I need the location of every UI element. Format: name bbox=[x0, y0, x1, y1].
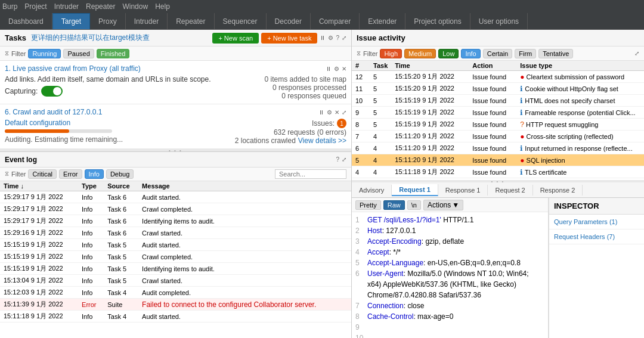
severity-low[interactable]: Low bbox=[438, 49, 459, 58]
help-icon[interactable]: ? bbox=[336, 35, 339, 41]
event-source: Task 6 bbox=[104, 215, 138, 227]
issue-activity-title: Issue activity bbox=[357, 33, 405, 42]
event-message: Crawl started. bbox=[138, 227, 351, 239]
tab-project-options[interactable]: Project options bbox=[405, 13, 470, 29]
request-toolbar: Pretty Raw \n Actions ▼ bbox=[352, 198, 548, 212]
menu-item-burp[interactable]: Burp bbox=[2, 2, 17, 11]
chinese-hint: 更详细的扫描结果可以在target模块查 bbox=[31, 33, 150, 43]
tab-comparer[interactable]: Comparer bbox=[311, 13, 360, 29]
issue-task: 5 bbox=[370, 107, 391, 119]
request-line: 5Accept-Language: en-US,en-GB;q=0.9,en;q… bbox=[355, 258, 544, 268]
task1-settings-icon[interactable]: ⚙ bbox=[334, 66, 339, 72]
btn-pretty[interactable]: Pretty bbox=[355, 200, 381, 210]
issue-col-issue-type[interactable]: Issue type bbox=[516, 61, 644, 71]
tab-proxy[interactable]: Proxy bbox=[90, 13, 126, 29]
issue-col-action[interactable]: Action bbox=[469, 61, 516, 71]
tab-sequencer[interactable]: Sequencer bbox=[215, 13, 267, 29]
new-live-task-button[interactable]: + New live task bbox=[261, 33, 317, 44]
task2-expand-icon[interactable]: ⤢ bbox=[342, 109, 346, 116]
task2-pause-icon[interactable]: ⏸ bbox=[318, 109, 324, 116]
new-scan-button[interactable]: + New scan bbox=[212, 33, 259, 44]
menu-item-help[interactable]: Help bbox=[155, 2, 170, 11]
task1-title[interactable]: 1. Live passive crawl from Proxy (all tr… bbox=[5, 64, 141, 73]
event-log-search[interactable] bbox=[275, 169, 346, 179]
actions-dropdown[interactable]: Actions ▼ bbox=[423, 200, 463, 210]
req-tab-advisory[interactable]: Advisory bbox=[352, 185, 392, 196]
req-tab-request2[interactable]: Request 2 bbox=[488, 185, 532, 196]
task1-stat-1: 0 responses processed bbox=[265, 83, 346, 92]
task2-title[interactable]: 6. Crawl and audit of 127.0.0.1 bbox=[5, 108, 102, 116]
col-type[interactable]: Type bbox=[78, 181, 104, 191]
col-message[interactable]: Message bbox=[138, 181, 351, 191]
pause-icon[interactable]: ⏸ bbox=[320, 35, 326, 41]
issue-action: Issue found bbox=[469, 95, 516, 107]
tab-extender[interactable]: Extender bbox=[360, 13, 405, 29]
severity-high[interactable]: High bbox=[380, 49, 402, 58]
task1-desc: Add links. Add item itself, same domain … bbox=[5, 75, 265, 83]
inspector-request-headers[interactable]: Request Headers (7) bbox=[549, 230, 644, 244]
tab-target[interactable]: Target bbox=[52, 13, 90, 29]
request-text[interactable]: 1GET /sqli/Less-1/?id=1' HTTP/1.12Host: … bbox=[352, 212, 548, 338]
issue-num: 10 bbox=[352, 95, 370, 107]
tab-repeater[interactable]: Repeater bbox=[168, 13, 214, 29]
event-message: Failed to connect to the configured Coll… bbox=[138, 299, 351, 311]
task1-delete-icon[interactable]: ✕ bbox=[342, 66, 346, 72]
tab-dashboard[interactable]: Dashboard bbox=[0, 13, 52, 29]
req-tab-request1[interactable]: Request 1 bbox=[392, 184, 438, 196]
confidence-firm[interactable]: Firm bbox=[515, 49, 536, 58]
tab-intruder[interactable]: Intruder bbox=[126, 13, 168, 29]
filter-info[interactable]: Info bbox=[85, 169, 104, 179]
task1-pause-icon[interactable]: ⏸ bbox=[326, 66, 332, 72]
req-tab-response2[interactable]: Response 2 bbox=[533, 185, 583, 196]
event-log-help-icon[interactable]: ? bbox=[336, 156, 339, 163]
col-source[interactable]: Source bbox=[104, 181, 138, 191]
task2-settings-icon[interactable]: ⚙ bbox=[327, 109, 332, 116]
tab-user-options[interactable]: User options bbox=[470, 13, 528, 29]
issue-action: Issue found bbox=[469, 83, 516, 95]
btn-newline[interactable]: \n bbox=[407, 200, 421, 210]
event-message: Audit started. bbox=[138, 239, 351, 251]
filter-finished[interactable]: Finished bbox=[97, 49, 130, 58]
request-tabs-bar: Advisory Request 1 Response 1 Request 2 … bbox=[352, 182, 644, 198]
event-type: Info bbox=[78, 203, 104, 215]
event-message: Crawl started. bbox=[138, 275, 351, 287]
issue-action: Issue found bbox=[469, 154, 516, 166]
btn-raw[interactable]: Raw bbox=[383, 200, 405, 210]
settings-icon[interactable]: ⚙ bbox=[328, 35, 333, 41]
expand-icon[interactable]: ⤢ bbox=[342, 35, 346, 41]
filter-error[interactable]: Error bbox=[59, 169, 82, 179]
inspector-query-params[interactable]: Query Parameters (1) bbox=[549, 215, 644, 230]
task1-toggle[interactable] bbox=[41, 86, 63, 97]
req-tab-response1[interactable]: Response 1 bbox=[438, 185, 488, 196]
col-time[interactable]: Time ↓ bbox=[0, 181, 78, 191]
request-content: Pretty Raw \n Actions ▼ 1GET /sqli/Less-… bbox=[352, 198, 549, 338]
menu-item-project[interactable]: Project bbox=[24, 2, 47, 11]
menu-item-intruder[interactable]: Intruder bbox=[54, 2, 79, 11]
severity-info[interactable]: Info bbox=[461, 49, 480, 58]
issue-col-task[interactable]: Task bbox=[370, 61, 391, 71]
event-source: Task 5 bbox=[104, 239, 138, 251]
filter-debug[interactable]: Debug bbox=[106, 169, 134, 179]
issue-action: Issue found bbox=[469, 119, 516, 131]
confidence-certain[interactable]: Certain bbox=[483, 49, 512, 58]
tab-decoder[interactable]: Decoder bbox=[267, 13, 311, 29]
issue-col-time[interactable]: Time bbox=[391, 61, 469, 71]
filter-paused[interactable]: Paused bbox=[63, 49, 94, 58]
confidence-tentative[interactable]: Tentative bbox=[538, 49, 573, 58]
event-message: Audit started. bbox=[138, 191, 351, 203]
issue-task: 4 bbox=[370, 142, 391, 154]
event-log-expand-icon[interactable]: ⤢ bbox=[342, 156, 346, 163]
issue-col-num[interactable]: # bbox=[352, 61, 370, 71]
filter-running[interactable]: Running bbox=[28, 49, 61, 58]
task1-stat-0: 0 items added to site map bbox=[265, 75, 346, 83]
task2-view-details[interactable]: View details >> bbox=[298, 137, 346, 145]
severity-medium[interactable]: Medium bbox=[404, 49, 436, 58]
filter-critical[interactable]: Critical bbox=[28, 169, 57, 179]
issue-filter-expand[interactable]: ⤢ bbox=[634, 50, 639, 57]
tasks-filter-bar: ⧖ Filter Running Paused Finished bbox=[0, 46, 351, 61]
issue-type: ● SQL injection bbox=[516, 154, 644, 166]
event-time: 15:13:04 9 1月 2022 bbox=[0, 275, 78, 287]
menu-item-window[interactable]: Window bbox=[122, 2, 148, 11]
task2-delete-icon[interactable]: ✕ bbox=[335, 109, 339, 116]
menu-item-repeater[interactable]: Repeater bbox=[86, 2, 115, 11]
